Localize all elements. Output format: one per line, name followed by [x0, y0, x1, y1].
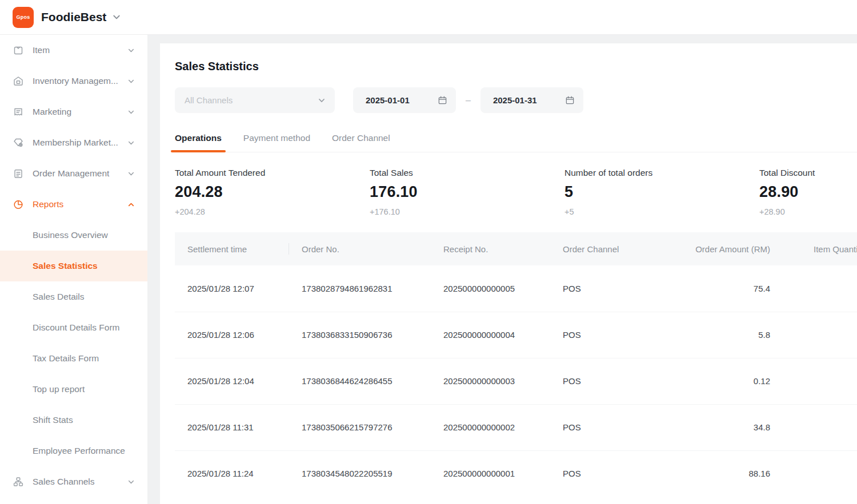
cell-item-quantity	[770, 312, 857, 358]
chevron-down-icon	[127, 108, 135, 116]
cell-receipt-no: 202500000000003	[443, 358, 563, 404]
end-date-picker[interactable]: 2025-01-31	[480, 87, 583, 113]
cell-receipt-no: 202500000000002	[443, 404, 563, 450]
table-row: 2025/01/28 12:06 1738036833150906736 202…	[175, 312, 857, 358]
stat-delta: +176.10	[370, 207, 564, 216]
sidebar-subitem-top-up-report[interactable]: Top up report	[0, 374, 147, 405]
stat-delta: +204.28	[175, 207, 370, 216]
cell-order-no: 1738034548022205519	[302, 450, 443, 497]
cell-settlement-time: 2025/01/28 12:06	[175, 312, 302, 358]
sidebar-item-order-management[interactable]: Order Management	[0, 158, 147, 189]
stat-delta: +28.90	[759, 207, 857, 216]
sidebar-subitem-sales-statistics[interactable]: Sales Statistics	[0, 251, 147, 281]
chevron-down-icon	[127, 139, 135, 147]
stat-value: 28.90	[759, 183, 857, 201]
cell-order-no: 1738036844624286455	[302, 358, 443, 404]
column-header-order-channel: Order Channel	[563, 232, 686, 265]
table-header-row: Settlement time Order No. Receipt No. Or…	[175, 232, 857, 265]
brand-chevron-down-icon[interactable]	[112, 13, 121, 22]
cell-item-quantity	[770, 265, 857, 312]
stat-label: Total Amount Tendered	[175, 168, 370, 178]
brand-name: FoodieBest	[41, 10, 106, 24]
cell-order-no: 1738036833150906736	[302, 312, 443, 358]
start-date-value: 2025-01-01	[366, 95, 438, 105]
column-header-order-no: Order No.	[302, 232, 443, 265]
sidebar-subitem-label: Top up report	[33, 384, 85, 394]
tab-order-channel[interactable]: Order Channel	[332, 128, 390, 152]
cell-order-no: 1738035066215797276	[302, 404, 443, 450]
stat-value: 176.10	[370, 183, 564, 201]
sidebar-subitem-label: Shift Stats	[33, 415, 73, 425]
chevron-down-icon	[127, 47, 135, 54]
sidebar-subitem-label: Business Overview	[33, 230, 108, 240]
cell-receipt-no: 202500000000004	[443, 312, 563, 358]
stat-total-sales: Total Sales 176.10 +176.10	[370, 168, 564, 216]
sidebar-subitem-label: Sales Details	[33, 292, 84, 302]
stat-total-discount: Total Discount 28.90 +28.90	[759, 168, 857, 216]
cell-order-channel: POS	[563, 450, 686, 497]
sidebar-subitem-label: Discount Details Form	[33, 322, 119, 333]
chevron-down-icon	[127, 78, 135, 85]
cell-settlement-time: 2025/01/28 11:31	[175, 404, 302, 450]
sidebar-subitem-label: Tax Details Form	[33, 353, 99, 364]
sidebar-item-sales-channels[interactable]: Sales Channels	[0, 466, 147, 497]
cell-settlement-time: 2025/01/28 11:24	[175, 450, 302, 497]
pie-chart-icon	[13, 199, 24, 210]
cell-settlement-time: 2025/01/28 12:04	[175, 358, 302, 404]
sidebar-item-inventory-management[interactable]: Inventory Managem...	[0, 66, 147, 96]
calendar-icon	[565, 95, 575, 105]
date-range-separator: –	[466, 95, 471, 106]
sidebar-item-label: Sales Channels	[33, 477, 127, 487]
orders-table: Settlement time Order No. Receipt No. Or…	[175, 232, 857, 497]
sidebar-item-label: Marketing	[33, 107, 127, 117]
cell-receipt-no: 202500000000001	[443, 450, 563, 497]
package-icon	[13, 45, 24, 56]
column-header-receipt-no: Receipt No.	[443, 232, 563, 265]
sidebar-item-reports[interactable]: Reports	[0, 189, 147, 220]
sidebar-subitem-label: Sales Statistics	[33, 261, 98, 271]
cell-order-channel: POS	[563, 358, 686, 404]
sidebar-item-label: Item	[33, 45, 127, 55]
cell-item-quantity	[770, 358, 857, 404]
stat-delta: +5	[564, 207, 759, 216]
sidebar-subitem-sales-details[interactable]: Sales Details	[0, 281, 147, 312]
sidebar-subitem-tax-details-form[interactable]: Tax Details Form	[0, 343, 147, 374]
cell-order-amount: 5.8	[686, 312, 770, 358]
clipboard-icon	[13, 168, 24, 179]
tab-operations[interactable]: Operations	[175, 128, 222, 152]
sidebar-subitem-label: Employee Performance	[33, 446, 125, 456]
stat-total-amount-tendered: Total Amount Tendered 204.28 +204.28	[175, 168, 370, 216]
summary-stats: Total Amount Tendered 204.28 +204.28 Tot…	[175, 168, 857, 216]
table-row: 2025/01/28 11:24 1738034548022205519 202…	[175, 450, 857, 497]
sidebar-subitem-business-overview[interactable]: Business Overview	[0, 220, 147, 251]
sidebar-item-marketing[interactable]: Marketing	[0, 96, 147, 127]
stat-number-of-total-orders: Number of total orders 5 +5	[564, 168, 759, 216]
cell-receipt-no: 202500000000005	[443, 265, 563, 312]
stat-label: Total Sales	[370, 168, 564, 178]
channel-select-value: All Channels	[185, 95, 318, 105]
channel-select[interactable]: All Channels	[175, 87, 335, 113]
stat-label: Total Discount	[759, 168, 857, 178]
cell-settlement-time: 2025/01/28 12:07	[175, 265, 302, 312]
column-header-order-amount: Order Amount (RM)	[686, 232, 770, 265]
cell-order-channel: POS	[563, 265, 686, 312]
cell-order-amount: 0.12	[686, 358, 770, 404]
chevron-down-icon	[127, 478, 135, 486]
stat-value: 5	[564, 183, 759, 201]
calendar-icon	[438, 95, 447, 105]
sidebar-item-item[interactable]: Item	[0, 35, 147, 66]
cell-order-amount: 88.16	[686, 450, 770, 497]
chevron-down-icon	[127, 170, 135, 178]
tab-payment-method[interactable]: Payment method	[243, 128, 310, 152]
gem-icon	[13, 137, 24, 148]
sidebar-item-membership-marketing[interactable]: Membership Market...	[0, 127, 147, 158]
sidebar-subitem-employee-performance[interactable]: Employee Performance	[0, 436, 147, 466]
sidebar-subitem-discount-details-form[interactable]: Discount Details Form	[0, 312, 147, 343]
report-tabs: Operations Payment method Order Channel	[175, 128, 857, 152]
sidebar-subitem-shift-stats[interactable]: Shift Stats	[0, 405, 147, 436]
cell-item-quantity	[770, 404, 857, 450]
sidebar-item-label: Reports	[33, 199, 127, 209]
start-date-picker[interactable]: 2025-01-01	[353, 87, 456, 113]
cell-order-channel: POS	[563, 312, 686, 358]
sidebar-item-label: Order Management	[33, 168, 127, 179]
